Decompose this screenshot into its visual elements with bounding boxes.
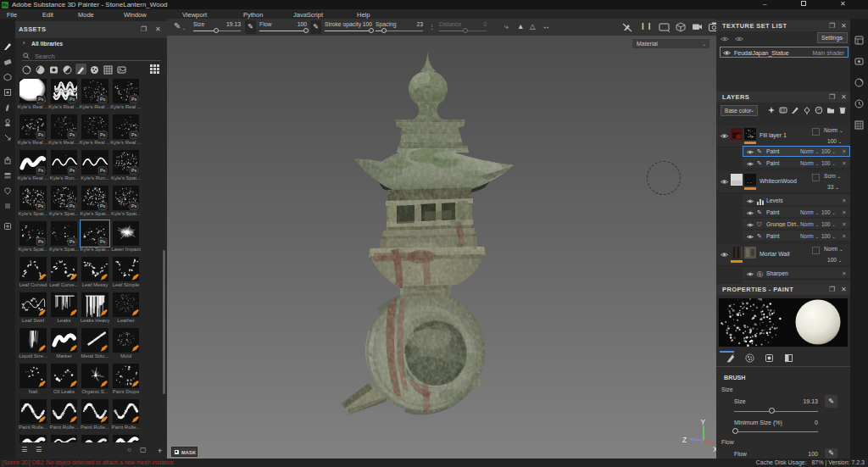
svg-text:Ps: Ps — [69, 132, 75, 137]
svg-text:Ps: Ps — [69, 97, 75, 102]
svg-text:Ps: Ps — [131, 132, 136, 137]
svg-text:Ps: Ps — [38, 132, 44, 137]
svg-text:Ps: Ps — [100, 239, 106, 244]
svg-text:Ps: Ps — [100, 132, 106, 137]
svg-text:Ps: Ps — [38, 97, 44, 102]
svg-text:Ps: Ps — [69, 168, 75, 173]
svg-text:Y: Y — [701, 418, 706, 426]
svg-text:Ps: Ps — [69, 239, 75, 244]
svg-text:Ps: Ps — [69, 203, 75, 208]
svg-text:Ps: Ps — [131, 203, 136, 208]
svg-text:Ps: Ps — [38, 168, 44, 173]
svg-text:Ps: Ps — [100, 168, 106, 173]
svg-text:Ps: Ps — [38, 203, 44, 208]
svg-text:Ps: Ps — [100, 97, 106, 102]
svg-text:Ps: Ps — [100, 203, 106, 208]
svg-text:Ps: Ps — [131, 168, 136, 173]
svg-text:Ps: Ps — [131, 97, 136, 102]
svg-text:Z: Z — [682, 436, 687, 444]
svg-text:Ps: Ps — [38, 239, 44, 244]
